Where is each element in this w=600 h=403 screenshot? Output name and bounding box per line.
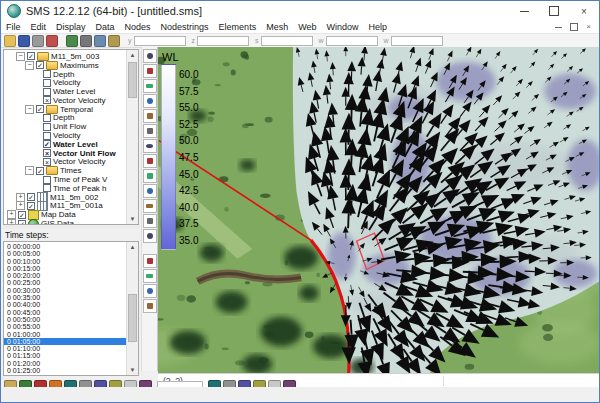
tree-item-depth[interactable]: Depth [5,114,126,123]
checkbox-checked[interactable]: × [43,149,51,157]
checkbox-unchecked[interactable] [43,114,51,122]
tool-1-icon[interactable] [143,49,157,63]
time-step-item[interactable]: 0 01:00:00 [4,331,126,338]
time-step-item[interactable]: 0 00:10:00 [4,258,126,265]
tree-item-temporal[interactable]: −✓Temporal [5,105,126,114]
menu-edit[interactable]: Edit [26,22,52,32]
time-step-item[interactable]: 0 01:30:00 [4,374,126,376]
checkbox-unchecked[interactable] [43,184,51,192]
tool-4-icon[interactable] [143,94,157,108]
checkbox-checked[interactable]: ✓ [36,105,44,113]
tool-15-icon[interactable] [143,269,157,283]
menu-display[interactable]: Display [51,22,91,32]
tree-item-vector-velocity[interactable]: ×Vector Velocity [5,96,126,105]
expand-icon[interactable]: + [16,193,25,202]
menu-elements[interactable]: Elements [214,22,262,32]
graphics-window[interactable]: WL 60.057.555.052.550.047.545.042.540.03… [158,47,599,373]
tree-item-time-of-peak-h[interactable]: Time of Peak h [5,184,126,193]
menu-help[interactable]: Help [364,22,393,32]
checkbox-unchecked[interactable] [43,79,51,87]
menu-file[interactable]: File [1,22,26,32]
checkbox-checked[interactable]: × [43,158,51,166]
toolbar-edit-field-1[interactable] [134,36,186,46]
checkbox-checked[interactable]: ✓ [27,193,35,201]
tree-item-velocity[interactable]: Velocity [5,131,126,140]
checkbox-checked[interactable]: ✓ [36,61,44,69]
scroll-down-icon[interactable]: ▼ [127,365,138,375]
time-step-item[interactable]: 0 00:50:00 [4,316,126,323]
time-step-item[interactable]: 0 00:05:00 [4,250,126,257]
tree-item-unit-flow[interactable]: Unit Flow [5,122,126,131]
checkbox-unchecked[interactable] [43,88,51,96]
collapse-icon[interactable]: − [16,52,25,61]
timesteps-vertical-scrollbar[interactable]: ▲ ▼ [126,242,138,375]
scroll-down-icon[interactable]: ▼ [127,214,138,224]
time-step-item[interactable]: 0 01:15:00 [4,352,126,359]
panel-splitter[interactable] [3,225,139,229]
toolbar-edit-field-5[interactable] [391,36,443,46]
scroll-up-icon[interactable]: ▲ [127,242,138,252]
collapse-icon[interactable]: − [25,166,34,175]
toolbar-icon-7-icon[interactable] [94,35,106,47]
time-step-item[interactable]: 0 00:40:00 [4,301,126,308]
zoom-icon[interactable] [80,35,92,47]
tool-13-icon[interactable] [143,229,157,243]
checkbox-unchecked[interactable] [43,70,51,78]
toolbar-icon-5-icon[interactable] [66,35,78,47]
menu-nodestrings[interactable]: Nodestrings [156,22,214,32]
menu-window[interactable]: Window [322,22,364,32]
print-icon[interactable] [32,35,44,47]
time-step-item[interactable]: 0 00:45:00 [4,309,126,316]
tool-8-icon[interactable] [143,154,157,168]
tool-10-icon[interactable] [143,184,157,198]
tree-item-depth[interactable]: Depth [5,70,126,79]
delete-icon[interactable] [46,35,58,47]
tree-item-m11-5m-002[interactable]: +✓M11_5m_002 [5,193,126,202]
checkbox-unchecked[interactable] [43,123,51,131]
mdi-minimize-button[interactable] [555,27,562,28]
tree-item-m11-5m-003[interactable]: −✓M11_5m_003 [5,52,126,61]
toolbar-edit-field-2[interactable] [197,36,249,46]
tree-item-vector-unit-flow[interactable]: ×Vector Unit Flow [5,149,126,158]
checkbox-checked[interactable]: ✓ [36,167,44,175]
tree-item-times[interactable]: −✓Times [5,166,126,175]
tool-2-icon[interactable] [143,64,157,78]
time-step-item[interactable]: 0 01:10:00 [4,345,126,352]
checkbox-unchecked[interactable] [43,132,51,140]
checkbox-unchecked[interactable] [43,176,51,184]
mdi-close-button[interactable]: × [586,23,591,31]
tool-9-icon[interactable] [143,169,157,183]
tree-vertical-scrollbar[interactable]: ▲ ▼ [126,50,138,224]
scroll-up-icon[interactable]: ▲ [127,50,138,60]
checkbox-checked[interactable]: ✓ [27,52,35,60]
maximize-button[interactable] [539,1,569,21]
checkbox-checked[interactable]: × [43,96,51,104]
time-step-item[interactable]: 0 01:25:00 [4,367,126,374]
expand-icon[interactable]: + [16,201,25,210]
toolbar-icon-8-icon[interactable] [108,35,120,47]
tree-item-maximums[interactable]: −✓Maximums [5,61,126,70]
tree-item-vector-velocity[interactable]: ×Vector Velocity [5,158,126,167]
menu-data[interactable]: Data [91,22,120,32]
expand-icon[interactable]: + [7,210,16,219]
tool-14-icon[interactable] [143,254,157,268]
minimize-button[interactable] [509,1,539,21]
close-button[interactable]: × [569,1,599,21]
tool-11-icon[interactable] [143,199,157,213]
tool-16-icon[interactable] [143,284,157,298]
time-step-item[interactable]: 0 00:25:00 [4,279,126,286]
time-step-item-selected[interactable]: 0 01:05:00 [4,338,126,345]
tree-item-map-data[interactable]: +✓Map Data [5,210,126,219]
tool-3-icon[interactable] [143,79,157,93]
time-step-item[interactable]: 0 01:20:00 [4,360,126,367]
tool-7-icon[interactable] [143,139,157,153]
tool-6-icon[interactable] [143,124,157,138]
mdi-restore-button[interactable] [570,23,578,31]
collapse-icon[interactable]: − [25,105,34,114]
checkbox-checked[interactable]: ✓ [27,202,35,210]
menu-mesh[interactable]: Mesh [261,22,293,32]
time-step-item[interactable]: 0 00:55:00 [4,323,126,330]
tree-item-water-level[interactable]: ✓Water Level [5,140,126,149]
tool-17-icon[interactable] [143,299,157,313]
open-icon[interactable] [4,35,16,47]
